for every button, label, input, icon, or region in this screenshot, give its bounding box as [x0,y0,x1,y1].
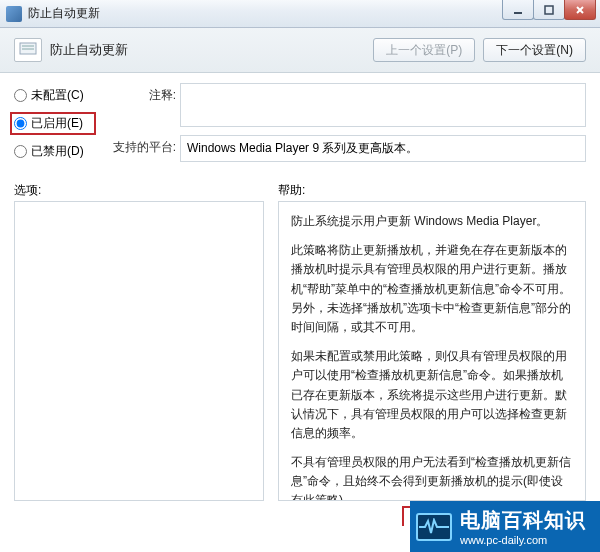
lower-panes: 防止系统提示用户更新 Windows Media Player。 此策略将防止更… [0,201,600,509]
help-label: 帮助: [278,182,305,199]
radio-not-configured-label: 未配置(C) [31,87,84,104]
platform-value: Windows Media Player 9 系列及更高版本。 [180,135,586,162]
radio-disabled-input[interactable] [14,145,27,158]
radio-disabled-label: 已禁用(D) [31,143,84,160]
help-pane[interactable]: 防止系统提示用户更新 Windows Media Player。 此策略将防止更… [278,201,586,501]
header-buttons: 上一个设置(P) 下一个设置(N) [373,38,586,62]
help-paragraph: 此策略将防止更新播放机，并避免在存在更新版本的播放机时提示具有管理员权限的用户进… [291,241,573,337]
svg-rect-1 [545,6,553,14]
help-paragraph: 不具有管理员权限的用户无法看到“检查播放机更新信息”命令，且始终不会得到更新播放… [291,453,573,501]
prev-setting-button[interactable]: 上一个设置(P) [373,38,475,62]
form-area: 注释: 支持的平台: Windows Media Player 9 系列及更高版… [110,83,586,170]
radio-enabled[interactable]: 已启用(E) [14,115,92,132]
next-setting-button[interactable]: 下一个设置(N) [483,38,586,62]
platform-row: 支持的平台: Windows Media Player 9 系列及更高版本。 [110,135,586,162]
options-label: 选项: [14,182,264,199]
close-button[interactable] [564,0,596,20]
radio-disabled[interactable]: 已禁用(D) [14,143,96,160]
watermark-sub: www.pc-daily.com [460,534,586,546]
comment-row: 注释: [110,83,586,127]
maximize-icon [543,4,555,16]
policy-title: 防止自动更新 [50,41,128,59]
window-titlebar: 防止自动更新 [0,0,600,28]
heartbeat-icon [419,518,449,536]
document-icon [19,42,37,58]
watermark-text: 电脑百科知识 www.pc-daily.com [460,507,586,546]
header-left: 防止自动更新 [14,38,128,62]
maximize-button[interactable] [533,0,565,20]
highlight-enabled: 已启用(E) [10,112,96,135]
help-paragraph: 防止系统提示用户更新 Windows Media Player。 [291,212,573,231]
comment-label: 注释: [110,83,180,127]
content-area: 未配置(C) 已启用(E) 已禁用(D) 注释: 支持的平台: Windows … [0,73,600,176]
watermark: 电脑百科知识 www.pc-daily.com [410,501,600,552]
help-paragraph: 如果未配置或禁用此策略，则仅具有管理员权限的用户可以使用“检查播放机更新信息”命… [291,347,573,443]
window-controls [503,0,596,20]
close-icon [574,4,586,16]
app-icon [6,6,22,22]
options-pane [14,201,264,501]
window-title: 防止自动更新 [28,5,100,22]
watermark-main: 电脑百科知识 [460,509,586,531]
minimize-icon [512,4,524,16]
platform-label: 支持的平台: [110,135,180,162]
radio-not-configured[interactable]: 未配置(C) [14,87,96,104]
radio-enabled-input[interactable] [14,117,27,130]
radio-enabled-label: 已启用(E) [31,115,83,132]
lower-labels: 选项: 帮助: [0,176,600,201]
policy-header: 防止自动更新 上一个设置(P) 下一个设置(N) [0,28,600,73]
policy-icon [14,38,42,62]
comment-input[interactable] [180,83,586,127]
minimize-button[interactable] [502,0,534,20]
state-radios: 未配置(C) 已启用(E) 已禁用(D) [14,83,96,170]
radio-not-configured-input[interactable] [14,89,27,102]
pulse-icon [416,513,452,541]
